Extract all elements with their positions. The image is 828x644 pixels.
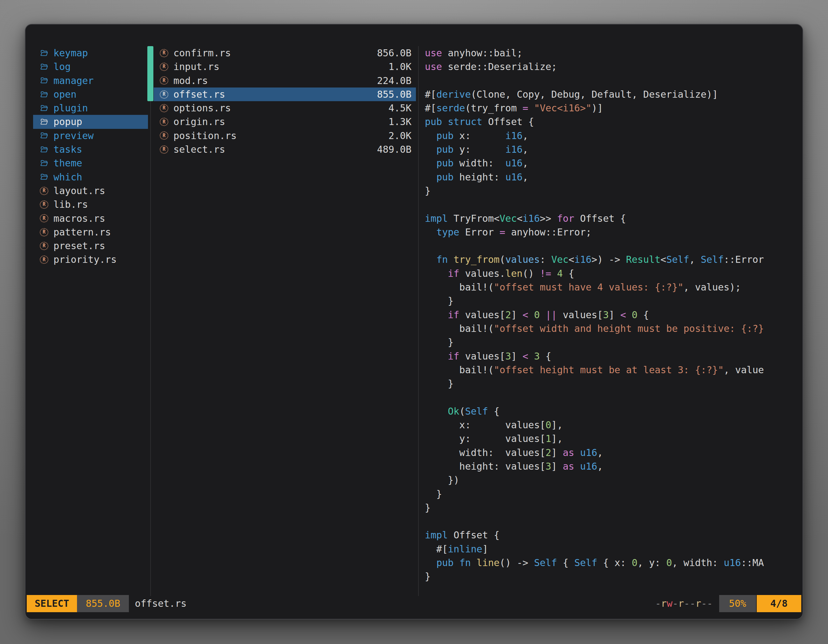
code-token: fn bbox=[436, 254, 448, 265]
code-token: 0 bbox=[632, 557, 637, 568]
parent-pane-item[interactable]: preview bbox=[33, 129, 148, 143]
open-folder-icon bbox=[40, 49, 49, 57]
code-token: 3 bbox=[603, 309, 609, 320]
code-token: 3 bbox=[546, 461, 551, 472]
parent-pane-item[interactable]: manager bbox=[33, 74, 148, 88]
file-list-item[interactable]: mod.rs 224.0B bbox=[154, 74, 416, 88]
code-line: bail!("offset width and height must be p… bbox=[425, 322, 803, 335]
code-token bbox=[626, 309, 632, 320]
code-token: ( bbox=[500, 254, 505, 265]
code-token: < bbox=[517, 213, 522, 224]
parent-pane-item[interactable]: theme bbox=[33, 156, 148, 170]
file-list-item[interactable]: options.rs 4.5K bbox=[154, 101, 416, 115]
code-line: } bbox=[425, 184, 803, 197]
file-list-item[interactable]: offset.rs 855.0B bbox=[154, 88, 416, 101]
code-line: if values[2] < 0 || values[3] < 0 { bbox=[425, 308, 803, 322]
code-token bbox=[425, 309, 448, 320]
item-label: keymap bbox=[53, 46, 88, 60]
rust-file-icon bbox=[40, 242, 49, 250]
code-token bbox=[425, 254, 436, 265]
parent-pane-item[interactable]: keymap bbox=[33, 46, 148, 60]
permission-char: r bbox=[661, 598, 666, 609]
file-list-item[interactable]: input.rs 1.0K bbox=[154, 60, 416, 74]
code-token: }) bbox=[425, 475, 459, 486]
code-token: ] bbox=[511, 351, 522, 362]
code-line: }) bbox=[425, 473, 803, 487]
code-token: as bbox=[563, 461, 574, 472]
parent-pane[interactable]: keymap log manager open bbox=[27, 25, 150, 266]
rust-file-icon bbox=[160, 90, 168, 99]
code-token: , bbox=[522, 144, 528, 155]
parent-pane-item[interactable]: plugin bbox=[33, 101, 148, 115]
code-token: #[ bbox=[425, 102, 436, 114]
code-line: if values[3] < 3 { bbox=[425, 349, 803, 363]
scroll-indicator bbox=[147, 46, 154, 101]
code-token: } bbox=[425, 489, 442, 500]
file-name: options.rs bbox=[173, 101, 231, 115]
code-token: Self bbox=[574, 557, 597, 568]
code-token bbox=[425, 130, 436, 141]
code-token: } bbox=[425, 571, 431, 582]
code-line: impl Offset { bbox=[425, 528, 803, 542]
file-list-item[interactable]: confirm.rs 856.0B bbox=[154, 46, 416, 60]
parent-pane-item[interactable]: lib.rs bbox=[33, 197, 148, 211]
code-token: { bbox=[557, 557, 574, 568]
permission-char: r bbox=[678, 598, 684, 609]
code-token: < bbox=[522, 351, 528, 362]
file-list-item[interactable]: select.rs 489.0B bbox=[154, 143, 416, 156]
file-list-item[interactable]: position.rs 2.0K bbox=[154, 129, 416, 143]
parent-pane-item[interactable]: log bbox=[33, 60, 148, 74]
code-token: derive bbox=[436, 89, 470, 100]
code-token: Self bbox=[666, 254, 689, 265]
code-line: } bbox=[425, 335, 803, 349]
file-size: 2.0K bbox=[242, 129, 411, 143]
code-token: ] bbox=[551, 447, 563, 458]
code-token: , bbox=[522, 171, 528, 183]
code-token bbox=[551, 268, 557, 279]
code-token: ], bbox=[551, 419, 563, 431]
code-token: try_from bbox=[453, 254, 500, 265]
preview-pane[interactable]: use anyhow::bail;use serde::Deserialize;… bbox=[418, 25, 803, 584]
parent-pane-item[interactable]: pattern.rs bbox=[33, 225, 148, 239]
code-token: i16 bbox=[505, 144, 522, 155]
parent-pane-item[interactable]: preset.rs bbox=[33, 239, 148, 253]
file-list-item[interactable]: origin.rs 1.3K bbox=[154, 115, 416, 128]
parent-pane-item[interactable]: priority.rs bbox=[33, 253, 148, 266]
code-line: use anyhow::bail; bbox=[425, 46, 803, 60]
file-permissions: -rw-r--r-- bbox=[655, 597, 713, 610]
parent-pane-item[interactable]: tasks bbox=[33, 143, 148, 156]
permission-char: - bbox=[707, 598, 713, 609]
code-token: , bbox=[522, 158, 528, 169]
code-line: fn try_from(values: Vec<i16>) -> Result<… bbox=[425, 253, 803, 266]
code-token: i16 bbox=[574, 254, 591, 265]
permission-char: w bbox=[666, 598, 673, 609]
current-pane[interactable]: confirm.rs 856.0B input.rs 1.0K mod.rs 2… bbox=[150, 25, 418, 156]
code-token: 3 bbox=[505, 351, 511, 362]
code-token: 1 bbox=[546, 433, 551, 444]
code-token: Self bbox=[701, 254, 724, 265]
parent-pane-item[interactable]: which bbox=[33, 170, 148, 184]
code-token: ] bbox=[511, 309, 522, 320]
code-line: #[serde(try_from = "Vec<i16>")] bbox=[425, 101, 803, 115]
code-token: Ok bbox=[448, 406, 459, 417]
parent-pane-item[interactable]: open bbox=[33, 88, 148, 101]
item-label: layout.rs bbox=[53, 184, 105, 197]
code-token: u16 bbox=[724, 557, 741, 568]
parent-pane-item[interactable]: macros.rs bbox=[33, 212, 148, 225]
code-token: >) -> bbox=[591, 254, 626, 265]
code-token: width: values[ bbox=[425, 447, 546, 458]
file-name: input.rs bbox=[173, 60, 220, 74]
open-folder-icon bbox=[40, 90, 49, 99]
parent-pane-item[interactable]: popup bbox=[33, 115, 148, 128]
parent-pane-item[interactable]: layout.rs bbox=[33, 184, 148, 197]
code-token: values bbox=[505, 254, 540, 265]
code-token: pub bbox=[436, 144, 453, 155]
code-line: use serde::Deserialize; bbox=[425, 60, 803, 74]
code-token: Offset { bbox=[574, 213, 626, 224]
open-folder-icon bbox=[40, 63, 49, 71]
code-line: } bbox=[425, 487, 803, 501]
code-token: , bbox=[597, 447, 603, 458]
code-token: values. bbox=[459, 268, 505, 279]
code-line: pub width: u16, bbox=[425, 156, 803, 170]
code-line: } bbox=[425, 377, 803, 390]
